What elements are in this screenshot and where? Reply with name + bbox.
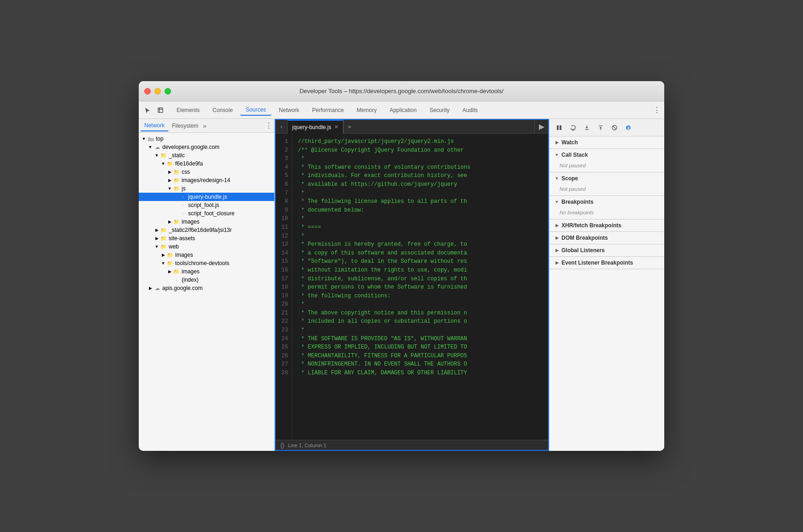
tab-elements[interactable]: Elements <box>171 105 205 115</box>
tab-filesystem-panel[interactable]: Filesystem <box>168 121 202 131</box>
line-number: 17 <box>279 275 288 284</box>
pause-resume-button[interactable] <box>553 122 565 134</box>
tree-label-site-assets: site-assets <box>169 235 195 242</box>
tree-item-script-foot[interactable]: ▶ ⬝ script_foot.js <box>139 201 274 209</box>
tree-label-static2: _static2/f6e16de9fa/jsi13r <box>169 227 232 233</box>
debugger-sections: ▶ Watch ▼ Call Stack Not paused ▼ <box>549 136 664 451</box>
toolbar-more-icon[interactable]: ⋮ <box>653 106 661 114</box>
braces-icon: {} <box>280 442 284 449</box>
breakpoints-content: No breakpoints <box>549 208 664 219</box>
folder-icon <box>147 136 154 142</box>
line-number: 9 <box>279 206 288 215</box>
tab-console[interactable]: Console <box>207 105 238 115</box>
tab-more-icon[interactable]: » <box>343 120 355 134</box>
editor-tab-jquery[interactable]: jquery-bundle.js ✕ <box>288 120 343 134</box>
debug-section-callstack: ▼ Call Stack Not paused <box>549 149 664 172</box>
code-line: * <box>298 300 543 309</box>
tab-close-icon[interactable]: ✕ <box>334 124 338 130</box>
tree-item-tools[interactable]: ▼ 📁 tools/chrome-devtools <box>139 259 274 267</box>
inspect-icon[interactable] <box>155 105 165 115</box>
tab-prev-button[interactable]: ‹ <box>276 120 288 134</box>
tab-application[interactable]: Application <box>384 105 422 115</box>
code-line: /** @license Copyright jQuery Foundation… <box>298 146 543 155</box>
tree-item-top[interactable]: ▼ top <box>139 135 274 143</box>
tree-arrow: ▶ <box>154 235 160 242</box>
line-number: 1 <box>279 137 288 146</box>
tree-item-developers[interactable]: ▼ ☁ developers.google.com <box>139 143 274 151</box>
tab-network[interactable]: Network <box>273 105 305 115</box>
line-number: 13 <box>279 240 288 249</box>
tree-item-static[interactable]: ▼ 📁 _static <box>139 151 274 160</box>
line-number: 3 <box>279 154 288 163</box>
callstack-content: Not paused <box>549 161 664 172</box>
tree-item-js[interactable]: ▼ 📁 js <box>139 184 274 193</box>
tree-item-images[interactable]: ▶ 📁 images <box>139 218 274 226</box>
watch-header[interactable]: ▶ Watch <box>549 136 664 148</box>
tab-memory[interactable]: Memory <box>351 105 382 115</box>
tree-item-images-redesign[interactable]: ▶ 📁 images/redesign-14 <box>139 176 274 184</box>
tree-item-index[interactable]: ▶ ⬝ (index) <box>139 276 274 284</box>
cloud-icon: ☁ <box>154 285 161 291</box>
folder-icon: 📁 <box>173 219 180 225</box>
tree-label-script-foot-closure: script_foot_closure <box>188 210 235 217</box>
tree-item-hash[interactable]: ▼ 📁 f6e16de9fa <box>139 160 274 168</box>
global-header[interactable]: ▶ Global Listeners <box>549 244 664 256</box>
tree-item-apis[interactable]: ▶ ☁ apis.google.com <box>139 284 274 292</box>
tree-item-web[interactable]: ▼ 📁 web <box>139 242 274 251</box>
line-number: 22 <box>279 317 288 326</box>
tree-item-static2[interactable]: ▶ 📁 _static2/f6e16de9fa/jsi13r <box>139 226 274 234</box>
panel-options-icon[interactable]: ⋮ <box>265 121 272 130</box>
tab-sources[interactable]: Sources <box>240 105 272 116</box>
pause-on-exception-button[interactable]: ⏸ <box>622 122 634 134</box>
tree-label-css: css <box>182 169 190 175</box>
xhr-header[interactable]: ▶ XHR/fetch Breakpoints <box>549 219 664 231</box>
step-into-button[interactable] <box>581 122 593 134</box>
step-over-button[interactable] <box>567 122 579 134</box>
tree-label-images-redesign: images/redesign-14 <box>182 177 230 183</box>
tab-performance[interactable]: Performance <box>307 105 349 115</box>
line-number: 24 <box>279 335 288 343</box>
maximize-button[interactable] <box>165 88 171 95</box>
event-header[interactable]: ▶ Event Listener Breakpoints <box>549 257 664 269</box>
dom-header[interactable]: ▶ DOM Breakpoints <box>549 232 664 244</box>
tree-arrow: ▶ <box>154 227 160 233</box>
tree-item-tools-images[interactable]: ▶ 📁 images <box>139 267 274 276</box>
line-number: 21 <box>279 309 288 318</box>
main-toolbar: Elements Console Sources Network Perform… <box>139 101 664 119</box>
tab-audits[interactable]: Audits <box>457 105 483 115</box>
tree-item-web-images[interactable]: ▶ 📁 images <box>139 251 274 259</box>
devtools-window: Developer Tools – https://developers.goo… <box>139 81 664 451</box>
tab-network-panel[interactable]: Network <box>141 120 168 131</box>
code-line: * distribute, sublicense, and/or sell co… <box>298 275 543 284</box>
line-number: 4 <box>279 163 288 172</box>
step-out-button[interactable] <box>595 122 607 134</box>
folder-icon: 📁 <box>160 235 167 242</box>
tab-security[interactable]: Security <box>424 105 455 115</box>
tree-arrow: ▶ <box>166 169 173 175</box>
code-area[interactable]: 1234567891011121314151617181920212223242… <box>276 134 548 440</box>
tree-arrow: ▼ <box>160 160 166 167</box>
code-line: * NONINFRINGEMENT. IN NO EVENT SHALL THE… <box>298 360 543 369</box>
editor-tabs: ‹ jquery-bundle.js ✕ » ▶ <box>276 120 548 134</box>
tree-item-jquery-bundle[interactable]: ▶ ⬝ jquery-bundle.js <box>139 193 274 201</box>
tree-item-script-foot-closure[interactable]: ▶ ⬝ script_foot_closure <box>139 209 274 218</box>
minimize-button[interactable] <box>154 88 161 95</box>
scope-header[interactable]: ▼ Scope <box>549 172 664 184</box>
play-button[interactable]: ▶ <box>534 120 548 134</box>
tree-arrow: ▼ <box>147 144 154 150</box>
callstack-header[interactable]: ▼ Call Stack <box>549 149 664 161</box>
folder-icon: 📁 <box>160 243 167 250</box>
tree-item-site-assets[interactable]: ▶ 📁 site-assets <box>139 234 274 242</box>
line-number: 7 <box>279 189 288 198</box>
debug-section-xhr: ▶ XHR/fetch Breakpoints <box>549 219 664 232</box>
folder-icon: 📁 <box>173 169 180 175</box>
breakpoints-header[interactable]: ▼ Breakpoints <box>549 196 664 208</box>
panel-tab-more-icon[interactable]: » <box>203 122 207 130</box>
deactivate-button[interactable] <box>608 122 620 134</box>
event-label: Event Listener Breakpoints <box>561 260 633 266</box>
cursor-icon[interactable] <box>142 105 153 115</box>
svg-rect-2 <box>560 125 561 130</box>
svg-text:⏸: ⏸ <box>626 126 631 130</box>
tree-item-css[interactable]: ▶ 📁 css <box>139 168 274 176</box>
close-button[interactable] <box>144 88 151 95</box>
